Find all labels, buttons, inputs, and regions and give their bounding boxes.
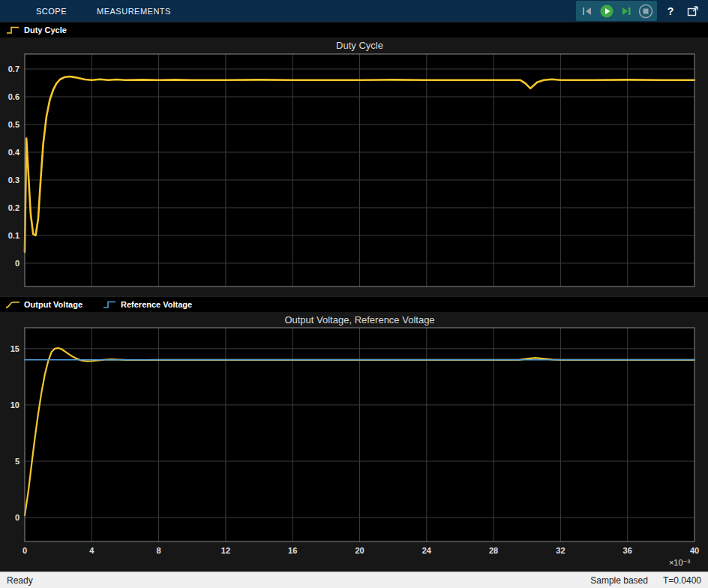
svg-text:15: 15 xyxy=(10,344,20,353)
svg-text:40: 40 xyxy=(690,546,699,555)
duty-cycle-chart: 00.10.20.30.40.50.60.7Duty Cycle xyxy=(0,38,708,296)
dock-icon xyxy=(686,4,700,19)
stop-button[interactable] xyxy=(637,2,655,20)
step-back-button[interactable] xyxy=(578,2,596,20)
step-forward-icon xyxy=(619,4,634,19)
svg-text:0.3: 0.3 xyxy=(8,176,20,184)
tab-scope[interactable]: SCOPE xyxy=(21,0,82,22)
svg-text:8: 8 xyxy=(157,546,161,555)
svg-text:0: 0 xyxy=(22,546,27,555)
legend-label: Output Voltage xyxy=(24,300,82,309)
svg-text:0.1: 0.1 xyxy=(8,231,20,240)
duty-cycle-signal-icon xyxy=(5,26,20,34)
status-bar: Ready Sample based T=0.0400 xyxy=(0,572,708,588)
output-voltage-signal-icon xyxy=(5,300,20,309)
status-text: Ready xyxy=(7,575,33,586)
svg-text:×10⁻³: ×10⁻³ xyxy=(669,558,690,567)
toolbar-simulate-controls: ? xyxy=(576,0,708,22)
svg-text:24: 24 xyxy=(422,546,432,555)
simulation-button-group xyxy=(576,1,657,21)
svg-text:0.4: 0.4 xyxy=(8,148,20,157)
output-voltage-plot[interactable]: 0510150481216202428323640×10⁻³Output Vol… xyxy=(0,312,708,572)
legend-top: Duty Cycle xyxy=(0,22,708,38)
svg-text:0.7: 0.7 xyxy=(8,64,20,74)
simulation-time-label: T=0.0400 xyxy=(663,575,701,586)
run-icon xyxy=(599,4,614,19)
tab-measurements[interactable]: MEASUREMENTS xyxy=(82,0,186,22)
legend-bottom: Output Voltage Reference Voltage xyxy=(0,296,708,312)
svg-text:10: 10 xyxy=(10,400,20,410)
toolbar-tabs: SCOPE MEASUREMENTS xyxy=(0,0,186,22)
svg-text:5: 5 xyxy=(15,457,20,466)
legend-item-output-voltage[interactable]: Output Voltage xyxy=(5,300,82,309)
svg-text:0.6: 0.6 xyxy=(8,92,20,101)
sample-mode-label: Sample based xyxy=(590,575,648,586)
svg-text:12: 12 xyxy=(221,546,230,555)
stop-icon xyxy=(638,4,653,19)
run-button[interactable] xyxy=(598,2,616,20)
scope-window: SCOPE MEASUREMENTS xyxy=(0,0,708,588)
help-button[interactable]: ? xyxy=(662,2,680,20)
legend-label: Duty Cycle xyxy=(24,26,67,34)
svg-text:0: 0 xyxy=(15,259,20,268)
svg-text:0.2: 0.2 xyxy=(8,203,20,212)
legend-label: Reference Voltage xyxy=(121,300,192,309)
step-forward-button[interactable] xyxy=(617,2,635,20)
svg-text:0.5: 0.5 xyxy=(8,120,20,129)
help-icon: ? xyxy=(668,5,674,17)
legend-item-reference-voltage[interactable]: Reference Voltage xyxy=(102,300,192,309)
svg-text:36: 36 xyxy=(623,546,632,555)
legend-item-duty-cycle[interactable]: Duty Cycle xyxy=(5,26,67,34)
svg-text:0: 0 xyxy=(15,513,20,522)
svg-text:20: 20 xyxy=(355,546,364,555)
svg-text:28: 28 xyxy=(489,546,498,555)
toolbar: SCOPE MEASUREMENTS xyxy=(0,0,708,22)
svg-text:Duty Cycle: Duty Cycle xyxy=(336,40,383,51)
duty-cycle-plot[interactable]: 00.10.20.30.40.50.60.7Duty Cycle xyxy=(0,38,708,296)
svg-text:32: 32 xyxy=(556,546,565,555)
svg-text:4: 4 xyxy=(89,546,94,555)
step-back-icon xyxy=(580,4,595,19)
svg-text:Output Voltage, Reference Volt: Output Voltage, Reference Voltage xyxy=(284,314,434,326)
output-voltage-chart: 0510150481216202428323640×10⁻³Output Vol… xyxy=(0,312,708,572)
dock-button[interactable] xyxy=(684,2,702,20)
reference-voltage-signal-icon xyxy=(102,300,117,309)
svg-text:16: 16 xyxy=(288,546,297,555)
